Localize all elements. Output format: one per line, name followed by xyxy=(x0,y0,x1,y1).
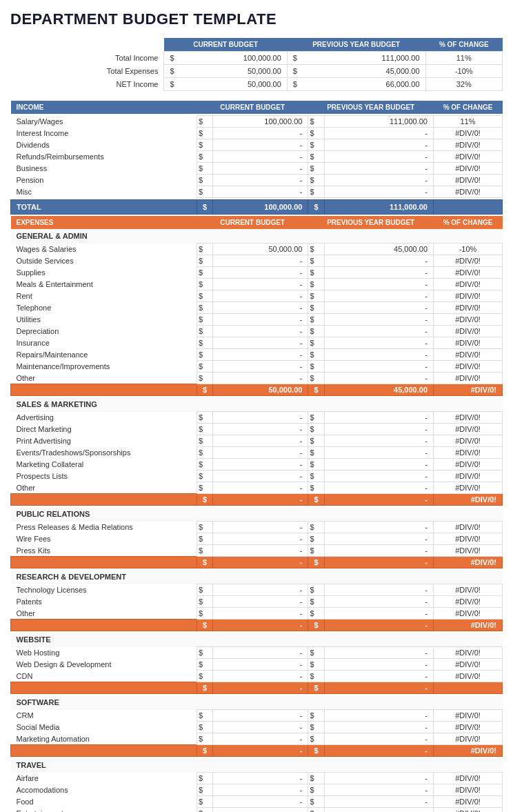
exp-row-maintenance: Maintenance/Improvements $- $- #DIV/0! xyxy=(11,361,503,373)
exp-row-repairs: Repairs/Maintenance $- $- #DIV/0! xyxy=(11,349,503,361)
summary-header-current: CURRENT BUDGET xyxy=(164,38,287,52)
sm-subtotal-row: $- $- #DIV/0! xyxy=(11,494,503,506)
exp-row-marketing-automation: Marketing Automation $- $- #DIV/0! xyxy=(11,733,503,745)
ga-subtotal-row: $50,000.00 $45,000.00 #DIV/0! xyxy=(11,384,503,396)
exp-row-press-kits: Press Kits $- $- #DIV/0! xyxy=(11,545,503,557)
exp-row-outside: Outside Services $- $- #DIV/0! xyxy=(11,255,503,267)
income-row-interest: Interest Income $ - $ - #DIV/0! xyxy=(11,128,503,139)
exp-row-accomodations: Accomodations $- $- #DIV/0! xyxy=(11,784,503,796)
exp-row-other-rd: Other $- $- #DIV/0! xyxy=(11,608,503,620)
rd-section: RESEARCH & DEVELOPMENT xyxy=(11,570,503,584)
exp-row-direct-marketing: Direct Marketing $- $- #DIV/0! xyxy=(11,424,503,435)
exp-row-prospects: Prospects Lists $- $- #DIV/0! xyxy=(11,471,503,482)
exp-row-events: Events/Tradeshows/Sponsorships $- $- #DI… xyxy=(11,447,503,459)
exp-row-rent: Rent $- $- #DIV/0! xyxy=(11,290,503,302)
website-subtotal-row: $- $- xyxy=(11,682,503,694)
exp-row-crm: CRM $- $- #DIV/0! xyxy=(11,710,503,722)
exp-row-advertising: Advertising $- $- #DIV/0! xyxy=(11,412,503,424)
exp-row-social-media: Social Media $- $- #DIV/0! xyxy=(11,722,503,733)
income-change-header: % OF CHANGE xyxy=(434,101,503,114)
exp-row-telephone: Telephone $- $- #DIV/0! xyxy=(11,302,503,314)
summary-row-net: NET Income $50,000.00 $66,000.00 32% xyxy=(10,78,503,91)
website-section: WEBSITE xyxy=(11,633,503,647)
income-row-business: Business $ - $ - #DIV/0! xyxy=(11,163,503,175)
summary-row-income: Total Income $100,000.00 $111,000.00 11% xyxy=(10,52,503,65)
exp-row-tech-licenses: Technology Licenses $- $- #DIV/0! xyxy=(11,584,503,596)
income-row-pension: Pension $ - $ - #DIV/0! xyxy=(11,175,503,186)
software-subtotal-row: $- $- #DIV/0! xyxy=(11,745,503,757)
exp-row-web-hosting: Web Hosting $- $- #DIV/0! xyxy=(11,647,503,659)
exp-row-other-ga: Other $- $- #DIV/0! xyxy=(11,373,503,384)
exp-row-collateral: Marketing Collateral $- $- #DIV/0! xyxy=(11,459,503,471)
general-admin-section: GENERAL & ADMIN xyxy=(11,229,503,244)
sales-marketing-section: SALES & MARKETING xyxy=(11,397,503,412)
expenses-header-row: EXPENSES CURRENT BUDGET PREVIOUS YEAR BU… xyxy=(11,216,503,229)
exp-row-supplies: Supplies $- $- #DIV/0! xyxy=(11,267,503,279)
income-row-refunds: Refunds/Reimbursements $ - $ - #DIV/0! xyxy=(11,151,503,163)
exp-row-utilities: Utilities $- $- #DIV/0! xyxy=(11,314,503,326)
exp-row-meals: Meals & Entertainment $- $- #DIV/0! xyxy=(11,279,503,290)
exp-row-entertainment: Entertainment $- $- #DIV/0! xyxy=(11,808,503,813)
exp-row-cdn: CDN $- $- #DIV/0! xyxy=(11,671,503,682)
exp-row-wire-fees: Wire Fees $- $- #DIV/0! xyxy=(11,533,503,545)
pr-subtotal-row: $- $- #DIV/0! xyxy=(11,557,503,568)
income-total-row: TOTAL $ 100,000.00 $ 111,000.00 xyxy=(11,200,503,215)
exp-row-wages: Wages & Salaries $50,000.00 $45,000.00 -… xyxy=(11,244,503,255)
exp-row-press-releases: Press Releases & Media Relations $- $- #… xyxy=(11,522,503,533)
exp-row-other-sm: Other $- $- #DIV/0! xyxy=(11,482,503,494)
income-row-misc: Misc $ - $ - #DIV/0! xyxy=(11,186,503,198)
summary-header-previous: PREVIOUS YEAR BUDGET xyxy=(287,38,425,52)
income-row-salary: Salary/Wages $ 100,000.00 $ 111,000.00 1… xyxy=(11,116,503,128)
income-section-header: INCOME xyxy=(11,101,197,114)
summary-row-expenses: Total Expenses $50,000.00 $45,000.00 -10… xyxy=(10,65,503,78)
exp-row-airfare: Airfare $- $- #DIV/0! xyxy=(11,773,503,784)
summary-header-change: % OF CHANGE xyxy=(425,38,502,52)
exp-row-depreciation: Depreciation $- $- #DIV/0! xyxy=(11,326,503,337)
exp-row-food: Food $- $- #DIV/0! xyxy=(11,796,503,808)
income-previous-header: PREVIOUS YEAR BUDGET xyxy=(308,101,434,114)
software-section: SOFTWARE xyxy=(11,695,503,710)
exp-row-web-design: Web Design & Development $- $- #DIV/0! xyxy=(11,659,503,671)
exp-row-patents: Patents $- $- #DIV/0! xyxy=(11,596,503,608)
exp-row-print-advertising: Print Advertising $- $- #DIV/0! xyxy=(11,435,503,447)
exp-row-insurance: Insurance $- $- #DIV/0! xyxy=(11,337,503,349)
income-current-header: CURRENT BUDGET xyxy=(197,101,308,114)
rd-subtotal-row: $- $- #DIV/0! xyxy=(11,620,503,631)
travel-section: TRAVEL xyxy=(11,758,503,773)
summary-table: CURRENT BUDGET PREVIOUS YEAR BUDGET % OF… xyxy=(10,38,503,91)
income-row-dividends: Dividends $ - $ - #DIV/0! xyxy=(11,139,503,151)
page-title: DEPARTMENT BUDGET TEMPLATE xyxy=(10,10,503,28)
main-budget-table: INCOME CURRENT BUDGET PREVIOUS YEAR BUDG… xyxy=(10,101,503,812)
public-relations-section: PUBLIC RELATIONS xyxy=(11,507,503,522)
